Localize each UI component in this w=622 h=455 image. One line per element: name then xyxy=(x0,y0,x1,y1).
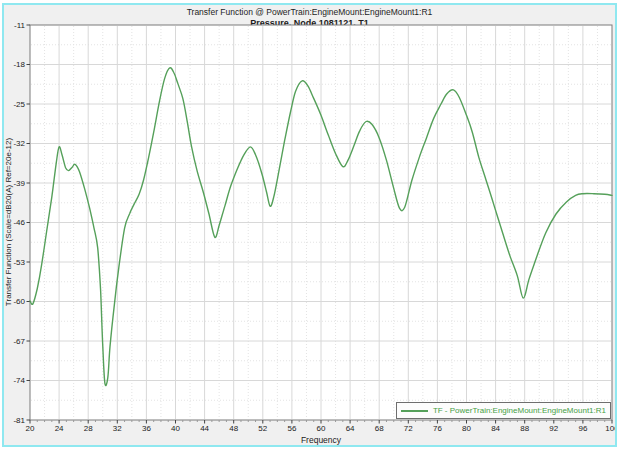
x-tick-label: 80 xyxy=(462,424,471,433)
x-axis-label: Frequency xyxy=(30,435,612,445)
x-tick-label: 72 xyxy=(404,424,413,433)
x-tick-label: 88 xyxy=(520,424,529,433)
x-tick-label: 48 xyxy=(229,424,238,433)
x-tick-label: 24 xyxy=(55,424,64,433)
x-tick-label: 92 xyxy=(549,424,558,433)
x-tick-label: 28 xyxy=(84,424,93,433)
x-tick-label: 68 xyxy=(375,424,384,433)
x-tick-label: 44 xyxy=(200,424,209,433)
x-tick-label: 40 xyxy=(171,424,180,433)
legend-line-swatch-icon xyxy=(401,410,428,412)
x-tick-label: 52 xyxy=(258,424,267,433)
legend-entry-label: TF - PowerTrain:EngineMount:EngineMount1… xyxy=(433,406,606,415)
y-tick-label: -81 xyxy=(13,416,25,425)
x-tick-label: 36 xyxy=(142,424,151,433)
y-tick-label: -11 xyxy=(14,21,26,30)
x-tick-label: 96 xyxy=(578,424,587,433)
y-tick-label: -74 xyxy=(13,376,25,385)
chart-plot-area: 2024283236404448525660646872768084889296… xyxy=(4,5,615,445)
x-tick-label: 32 xyxy=(113,424,122,433)
x-tick-label: 76 xyxy=(433,424,442,433)
legend-box: TF - PowerTrain:EngineMount:EngineMount1… xyxy=(396,402,611,419)
x-tick-label: 56 xyxy=(287,424,296,433)
y-tick-label: -18 xyxy=(13,60,25,69)
x-tick-label: 84 xyxy=(491,424,500,433)
chart-window: Transfer Function @ PowerTrain:EngineMou… xyxy=(2,3,617,447)
screenshot-root: { "colors": { "window_border": "#8fe8f0"… xyxy=(0,0,622,455)
x-tick-label: 20 xyxy=(26,424,35,433)
x-tick-label: 100 xyxy=(605,424,615,433)
x-tick-label: 60 xyxy=(317,424,326,433)
y-axis-label: Transfer Function (Scale=dB20(A) Ref=20e… xyxy=(4,92,16,352)
x-tick-label: 64 xyxy=(346,424,355,433)
